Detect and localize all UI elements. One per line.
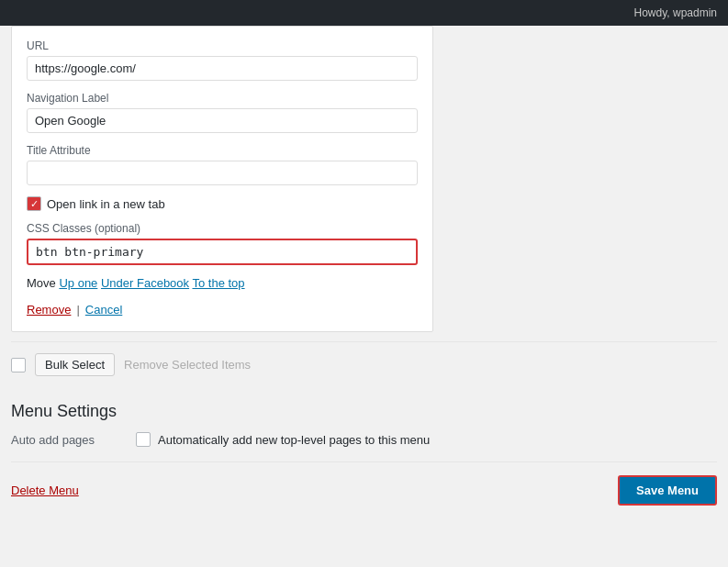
menu-settings-title: Menu Settings	[11, 402, 717, 421]
move-to-top-link[interactable]: To the top	[192, 276, 244, 290]
move-row: Move Up one Under Facebook To the top	[27, 276, 418, 290]
move-label: Move	[27, 276, 56, 290]
menu-settings-section: Menu Settings Auto add pages Automatical…	[11, 387, 717, 462]
title-attr-field-group: Title Attribute	[27, 144, 418, 185]
css-classes-field-group: CSS Classes (optional)	[27, 222, 418, 265]
auto-add-checkbox[interactable]	[136, 432, 151, 447]
open-new-tab-row: ✓ Open link in a new tab	[27, 196, 418, 211]
page-wrapper: URL Navigation Label Title Attribute ✓ O…	[0, 26, 728, 520]
title-attr-label: Title Attribute	[27, 144, 418, 157]
top-bar: Howdy, wpadmin	[0, 0, 728, 26]
move-under-facebook-link[interactable]: Under Facebook	[101, 276, 189, 290]
url-field-group: URL	[27, 39, 418, 81]
bulk-checkbox[interactable]	[11, 358, 26, 372]
bulk-select-button[interactable]: Bulk Select	[35, 353, 115, 376]
separator: |	[76, 303, 79, 317]
auto-add-pages-row: Auto add pages Automatically add new top…	[11, 432, 717, 462]
url-input[interactable]	[27, 56, 418, 81]
url-label: URL	[27, 39, 418, 52]
bulk-row: Bulk Select Remove Selected Items	[11, 341, 717, 387]
menu-item-form: URL Navigation Label Title Attribute ✓ O…	[11, 26, 433, 332]
checkmark-icon: ✓	[30, 199, 39, 209]
auto-add-checkbox-label: Automatically add new top-level pages to…	[158, 433, 430, 447]
remove-selected-label: Remove Selected Items	[124, 358, 251, 372]
css-classes-label: CSS Classes (optional)	[27, 222, 418, 235]
cancel-link[interactable]: Cancel	[85, 303, 122, 317]
open-new-tab-checkbox[interactable]: ✓	[27, 196, 41, 211]
open-new-tab-label: Open link in a new tab	[47, 197, 165, 211]
move-up-one-link[interactable]: Up one	[59, 276, 97, 290]
actions-row: Remove | Cancel	[27, 303, 418, 317]
nav-label-input[interactable]	[27, 108, 418, 133]
save-menu-button[interactable]: Save Menu	[618, 475, 717, 506]
auto-add-pages-label: Auto add pages	[11, 433, 121, 447]
nav-label-field-group: Navigation Label	[27, 92, 418, 133]
title-attr-input[interactable]	[27, 161, 418, 185]
auto-add-checkbox-row: Automatically add new top-level pages to…	[136, 432, 430, 447]
bottom-bar: Delete Menu Save Menu	[11, 462, 717, 509]
nav-label-label: Navigation Label	[27, 92, 418, 105]
howdy-text: Howdy, wpadmin	[634, 6, 717, 19]
delete-menu-link[interactable]: Delete Menu	[11, 484, 79, 497]
remove-link[interactable]: Remove	[27, 303, 71, 317]
css-classes-input[interactable]	[27, 239, 418, 265]
